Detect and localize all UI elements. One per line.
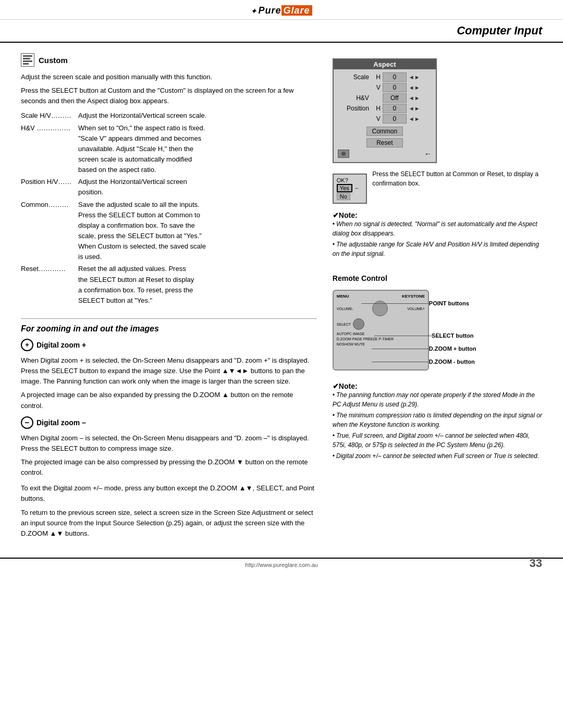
keystone-btn: KEYSTONE <box>402 294 425 299</box>
point-buttons-label: POINT buttons <box>429 300 469 306</box>
remote-control-title: Remote Control <box>333 274 542 282</box>
page-number: 33 <box>530 557 542 570</box>
desc-val-scalehv: Adjust the Horizontal/Vertical screen sc… <box>78 110 317 121</box>
footer-url: http://www.pureglare.com.au <box>245 562 317 568</box>
page-btn: PAGE <box>352 337 362 341</box>
digital-zoom-minus-row: − Digital zoom – <box>21 416 317 429</box>
desc-val-reset: Reset the all adjusted values. Press the… <box>78 264 317 306</box>
zoom-section: For zooming in and out the images + Digi… <box>21 318 317 539</box>
dzoom-plus-label: D.ZOOM + button <box>429 346 476 352</box>
note2-item4: Digital zoom +/– cannot be selected when… <box>333 451 542 461</box>
zoom-return-text: To return to the previous screen size, s… <box>21 508 317 539</box>
scale-v-value: 0 <box>383 83 407 92</box>
aspect-dialog-title: Aspect <box>334 59 436 69</box>
scale-v-row: V 0 ◄► <box>338 83 432 92</box>
position-v-row: V 0 ◄► <box>338 114 432 124</box>
yes-btn[interactable]: Yes <box>337 184 352 192</box>
back-arrow-icon: ← <box>424 150 432 158</box>
desc-row-common: Common……… Save the adjusted scale to all… <box>21 200 317 263</box>
position-h-value: 0 <box>383 104 407 113</box>
position-label: Position <box>338 105 369 112</box>
desc-row-reset: Reset………… Reset the all adjusted values.… <box>21 264 317 306</box>
remote-row3: SELECT <box>337 318 425 330</box>
reset-button[interactable]: Reset <box>366 138 403 147</box>
scale-v-arrow: ◄► <box>409 84 420 91</box>
confirm-arrow-icon: ← <box>354 185 360 191</box>
position-v-value: 0 <box>383 114 407 124</box>
note1-item1: When no signal is detected, "Normal" is … <box>333 219 542 238</box>
scale-h-arrow: ◄► <box>409 74 420 80</box>
custom-icon <box>21 53 34 67</box>
zoom-minus-heading: Digital zoom – <box>36 418 86 427</box>
zoom-plus-heading: Digital zoom + <box>36 341 86 349</box>
confirm-dialog: OK? Yes ← No <box>333 174 367 204</box>
ph-arrow: ◄► <box>409 105 420 112</box>
ph-label: H <box>371 105 381 112</box>
desc-val-positionhv: Adjust the Horizontal/Vertical screenpos… <box>78 177 317 198</box>
dzoom-btn: D.ZOOM <box>337 337 351 341</box>
ok-label: OK? <box>337 177 348 183</box>
select-button-label: SELECT button <box>432 332 474 339</box>
noshow-btn: NOSHOW <box>337 342 353 346</box>
dzoom-minus-label-line: D.ZOOM - button <box>372 359 475 365</box>
vol-minus-btn: VOLUME- <box>337 307 353 311</box>
custom-desc-table: Scale H/V……… Adjust the Horizontal/Verti… <box>21 110 317 306</box>
no-btn[interactable]: No <box>337 193 350 200</box>
digital-zoom-plus-row: + Digital zoom + <box>21 339 317 351</box>
logo-area: ✦PureGlare <box>0 0 563 20</box>
note2-item1: The panning function may not operate pro… <box>333 390 542 409</box>
left-column: Custom Adjust the screen scale and posit… <box>21 53 317 542</box>
h-label: H <box>371 73 381 81</box>
note2-item2: The minimum compression ratio is limited… <box>333 411 542 429</box>
no-row: No <box>337 193 363 200</box>
note1-heading: ✔Note: <box>333 211 542 219</box>
scale-h-value: 0 <box>383 72 407 82</box>
right-column: Aspect Scale H 0 ◄► V 0 ◄► H&V Off ◄► <box>333 53 542 542</box>
common-button[interactable]: Common <box>366 127 403 136</box>
hv-value: Off <box>383 93 407 103</box>
note2-section: ✔Note: The panning function may not oper… <box>333 382 542 461</box>
custom-heading-row: Custom <box>21 53 317 67</box>
camera-icon <box>338 150 349 158</box>
zoom-minus-icon: − <box>21 416 33 429</box>
point-buttons-label-line: POINT buttons <box>361 300 469 306</box>
menu-btn: MENU <box>337 294 349 299</box>
aspect-bottom-row: ← <box>338 150 432 158</box>
zoom-minus-body2: The projected image can be also compress… <box>21 457 317 478</box>
page-title: Computer Input <box>0 20 563 43</box>
custom-body2: Press the SELECT button at Custom and th… <box>21 85 317 106</box>
logo-glare: Glare <box>282 5 312 16</box>
desc-row-scalehv: Scale H/V……… Adjust the Horizontal/Verti… <box>21 110 317 121</box>
aspect-buttons: Common Reset <box>334 127 436 147</box>
desc-key-positionhv: Position H/V…… <box>21 177 78 198</box>
pv-arrow: ◄► <box>409 116 420 122</box>
note2-item3: True, Full screen, and Digital zoom +/– … <box>333 431 542 450</box>
main-content: Custom Adjust the screen scale and posit… <box>0 43 563 542</box>
note1-section: ✔Note: When no signal is detected, "Norm… <box>333 211 542 258</box>
zoom-title: For zooming in and out the images <box>21 324 317 334</box>
hv-arrow: ◄► <box>409 95 420 101</box>
desc-val-hv: When set to "On," the aspect ratio is fi… <box>78 123 317 176</box>
ok-row: OK? <box>337 177 363 183</box>
hv-row: H&V Off ◄► <box>338 93 432 103</box>
dzoom-plus-label-line: D.ZOOM + button <box>372 346 476 352</box>
desc-key-scalehv: Scale H/V……… <box>21 110 78 121</box>
header: ✦PureGlare Computer Input <box>0 0 563 43</box>
desc-key-hv: H&V …………… <box>21 123 78 176</box>
note1-item2: The adjustable range for Scale H/V and P… <box>333 240 542 258</box>
zoom-exit-text: To exit the Digital zoom +/– mode, press… <box>21 483 317 504</box>
desc-key-common: Common……… <box>21 200 78 263</box>
scale-h-row: Scale H 0 ◄► <box>338 72 432 82</box>
pv-label: V <box>371 115 381 122</box>
zoom-minus-body1: When Digital zoom – is selected, the On-… <box>21 433 317 454</box>
custom-body1: Adjust the screen scale and position man… <box>21 72 317 82</box>
vol-plus-btn: VOLUME+ <box>407 307 425 311</box>
zoom-plus-icon: + <box>21 339 33 351</box>
select-label-btn: SELECT <box>337 323 351 326</box>
remote-diagram-container: MENU KEYSTONE VOLUME- VOLUME+ SELECT <box>333 286 510 377</box>
mute-btn: MUTE <box>354 342 365 346</box>
footer: http://www.pureglare.com.au 33 <box>0 558 563 571</box>
desc-val-common: Save the adjusted scale to all the input… <box>78 200 317 263</box>
custom-section: Custom Adjust the screen scale and posit… <box>21 53 317 306</box>
logo: ✦PureGlare <box>251 5 312 16</box>
